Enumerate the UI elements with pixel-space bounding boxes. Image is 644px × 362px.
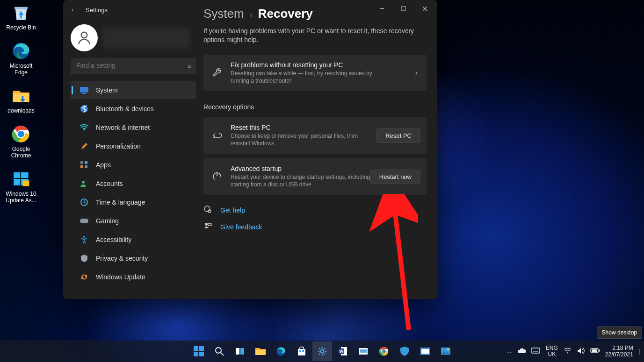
- sidebar: ⌕ System Bluetooth & devices Network & i…: [68, 22, 199, 296]
- svg-rect-43: [298, 349, 305, 355]
- svg-rect-40: [236, 348, 239, 355]
- wrench-icon: [210, 67, 224, 78]
- svg-point-54: [382, 349, 385, 353]
- apps-icon: [79, 160, 89, 170]
- update-icon: [79, 272, 89, 282]
- nav-item-privacy[interactable]: Privacy & security: [71, 249, 196, 267]
- svg-line-39: [221, 353, 224, 355]
- nav-label: Time & language: [96, 199, 145, 206]
- onedrive-icon[interactable]: [518, 348, 526, 355]
- clock-icon: [79, 198, 89, 207]
- bluetooth-icon: [79, 104, 89, 114]
- nav-item-accessibility[interactable]: Accessibility: [71, 231, 196, 248]
- taskview-button[interactable]: [230, 341, 250, 361]
- restart-now-button[interactable]: Restart now: [370, 170, 420, 184]
- nav-item-accounts[interactable]: Accounts: [71, 175, 196, 192]
- nav-item-bluetooth[interactable]: Bluetooth & devices: [71, 100, 196, 118]
- page-title: Recovery: [258, 7, 313, 21]
- accessibility-icon: [79, 235, 89, 244]
- nav-label: Personalization: [96, 142, 141, 150]
- security-button[interactable]: [395, 341, 414, 361]
- svg-rect-15: [82, 93, 86, 94]
- mail-button[interactable]: [415, 341, 435, 361]
- nav-item-network[interactable]: Network & internet: [71, 119, 196, 136]
- edge-taskbar-button[interactable]: [271, 341, 291, 361]
- store-button[interactable]: [292, 341, 311, 361]
- nav-label: Privacy & security: [96, 255, 148, 262]
- desktop-icon-label: downloads: [7, 107, 34, 114]
- nav-item-update[interactable]: Windows Update: [71, 268, 196, 286]
- desktop-icon-win10-update[interactable]: Windows 10 Update As...: [2, 169, 40, 204]
- help-icon: [203, 205, 214, 215]
- accounts-icon: [79, 179, 89, 188]
- wifi-icon: [79, 123, 89, 132]
- profile-area[interactable]: [71, 24, 199, 51]
- person-icon: [76, 29, 93, 46]
- wifi-tray-icon[interactable]: [564, 348, 572, 355]
- chrome-taskbar-button[interactable]: [374, 341, 394, 361]
- desktop-icon-chrome[interactable]: Google Chrome: [2, 124, 40, 159]
- svg-rect-59: [531, 348, 540, 353]
- svg-point-61: [567, 353, 568, 354]
- desktop-icon-edge[interactable]: Microsoft Edge: [2, 41, 40, 76]
- svg-rect-5: [21, 172, 29, 178]
- tray-chevron-icon[interactable]: ︿: [507, 348, 512, 355]
- search-input[interactable]: [71, 58, 196, 73]
- desktop-icon-label: Recycle Bin: [6, 24, 36, 31]
- svg-point-17: [84, 129, 85, 131]
- nav-item-system[interactable]: System: [71, 81, 196, 99]
- get-help-link[interactable]: Get help: [203, 205, 427, 215]
- card-desc: Resetting can take a while — first, try …: [231, 70, 376, 85]
- avatar: [71, 24, 98, 51]
- svg-rect-41: [240, 348, 244, 355]
- desktop-icon-downloads[interactable]: downloads: [2, 86, 40, 114]
- svg-rect-63: [599, 349, 600, 352]
- reset-pc-card: Reset this PC Choose to keep or remove y…: [203, 117, 427, 154]
- recycle-bin-icon: [11, 3, 31, 22]
- volume-icon[interactable]: [577, 348, 585, 355]
- feedback-icon: [203, 222, 214, 232]
- svg-point-29: [204, 206, 210, 212]
- search-box[interactable]: ⌕: [71, 58, 196, 74]
- nav-label: System: [96, 86, 118, 94]
- nav-list: System Bluetooth & devices Network & int…: [68, 81, 199, 286]
- start-button[interactable]: [189, 341, 209, 361]
- clock[interactable]: 2:18 PM 22/07/2021: [605, 345, 633, 358]
- keyboard-icon[interactable]: [531, 348, 540, 355]
- nav-item-gaming[interactable]: Gaming: [71, 212, 196, 230]
- nav-item-time[interactable]: Time & language: [71, 193, 196, 211]
- gaming-icon: [79, 216, 89, 226]
- svg-rect-46: [302, 350, 304, 352]
- explorer-button[interactable]: [251, 341, 270, 361]
- svg-point-13: [81, 32, 87, 38]
- windows-update-icon: [11, 169, 31, 189]
- taskbar-center: W: [189, 341, 456, 361]
- settings-taskbar-button[interactable]: [312, 341, 332, 361]
- desktop-icon-recycle-bin[interactable]: Recycle Bin: [2, 3, 40, 31]
- reset-pc-button[interactable]: Reset PC: [376, 128, 420, 143]
- content-area: System › Recovery If you're having probl…: [203, 6, 428, 294]
- sidebar-divider: [199, 93, 199, 283]
- desktop-icon-label: Google Chrome: [2, 146, 40, 159]
- svg-rect-34: [194, 346, 198, 351]
- battery-icon[interactable]: [590, 348, 600, 355]
- svg-rect-64: [592, 349, 597, 352]
- feedback-link[interactable]: Give feedback: [203, 222, 427, 232]
- nav-label: Gaming: [96, 217, 119, 225]
- nav-label: Bluetooth & devices: [96, 105, 154, 113]
- photos-button[interactable]: [436, 341, 456, 361]
- word-button[interactable]: W: [333, 341, 353, 361]
- fix-problems-card[interactable]: Fix problems without resetting your PC R…: [203, 55, 427, 91]
- back-button[interactable]: ←: [70, 5, 78, 15]
- language-indicator[interactable]: ENG UK: [546, 345, 558, 357]
- search-taskbar-button[interactable]: [210, 341, 229, 361]
- breadcrumb-parent[interactable]: System: [203, 7, 244, 21]
- snip-button[interactable]: [354, 341, 373, 361]
- nav-item-personalization[interactable]: Personalization: [71, 137, 196, 155]
- card-desc: Choose to keep or remove your personal f…: [231, 132, 376, 147]
- desktop-icon-label: Microsoft Edge: [2, 63, 40, 76]
- svg-rect-44: [300, 347, 304, 349]
- nav-label: Network & internet: [96, 124, 150, 131]
- breadcrumb: System › Recovery: [203, 7, 427, 21]
- nav-item-apps[interactable]: Apps: [71, 156, 196, 174]
